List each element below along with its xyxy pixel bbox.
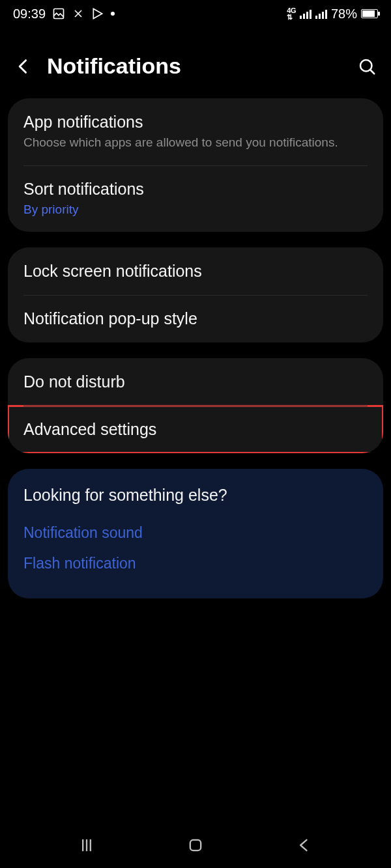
notification-popup-style-item[interactable]: Notification pop-up style bbox=[8, 295, 383, 343]
home-button[interactable] bbox=[186, 836, 205, 854]
do-not-disturb-item[interactable]: Do not disturb bbox=[8, 358, 383, 406]
page-header: Notifications bbox=[0, 27, 391, 98]
notification-sound-link[interactable]: Notification sound bbox=[23, 518, 368, 548]
nearby-share-icon bbox=[72, 7, 85, 20]
lock-screen-notifications-item[interactable]: Lock screen notifications bbox=[8, 247, 383, 295]
item-title: Do not disturb bbox=[23, 372, 368, 391]
status-bar: 09:39 4G⇅ 78% bbox=[0, 0, 391, 27]
status-time: 09:39 bbox=[13, 7, 46, 21]
flash-notification-link[interactable]: Flash notification bbox=[23, 548, 368, 579]
search-button[interactable] bbox=[357, 57, 377, 76]
system-nav-bar bbox=[0, 822, 391, 868]
app-notifications-item[interactable]: App notifications Choose which apps are … bbox=[8, 98, 383, 165]
svg-rect-6 bbox=[190, 840, 201, 850]
item-title: Sort notifications bbox=[23, 180, 368, 199]
item-title: App notifications bbox=[23, 113, 368, 132]
settings-content: App notifications Choose which apps are … bbox=[0, 98, 391, 598]
status-right: 4G⇅ 78% bbox=[287, 7, 378, 21]
item-subtitle: By priority bbox=[23, 201, 368, 218]
advanced-settings-item[interactable]: Advanced settings bbox=[8, 406, 383, 453]
svg-line-2 bbox=[370, 70, 374, 74]
item-title: Notification pop-up style bbox=[23, 309, 368, 328]
more-notifications-dot bbox=[111, 12, 115, 16]
back-nav-button[interactable] bbox=[295, 836, 313, 854]
battery-icon bbox=[361, 9, 378, 18]
settings-group-1: App notifications Choose which apps are … bbox=[8, 98, 383, 232]
settings-group-2: Lock screen notifications Notification p… bbox=[8, 247, 383, 343]
recents-button[interactable] bbox=[78, 836, 96, 854]
network-type-icon: 4G⇅ bbox=[287, 7, 296, 20]
item-subtitle: Choose which apps are allowed to send yo… bbox=[23, 134, 368, 151]
battery-text: 78% bbox=[331, 7, 357, 21]
signal-icon-1 bbox=[300, 8, 311, 19]
looking-for-something-card: Looking for something else? Notification… bbox=[8, 469, 383, 598]
item-title: Advanced settings bbox=[23, 420, 368, 439]
signal-icon-2 bbox=[315, 8, 327, 19]
page-title: Notifications bbox=[47, 53, 343, 79]
gallery-icon bbox=[52, 7, 65, 20]
settings-group-3: Do not disturb Advanced settings bbox=[8, 358, 383, 453]
back-button[interactable] bbox=[14, 57, 33, 76]
sort-notifications-item[interactable]: Sort notifications By priority bbox=[8, 165, 383, 232]
looking-title: Looking for something else? bbox=[23, 486, 368, 505]
item-title: Lock screen notifications bbox=[23, 262, 368, 281]
play-store-icon bbox=[91, 7, 104, 20]
status-left: 09:39 bbox=[13, 7, 115, 21]
